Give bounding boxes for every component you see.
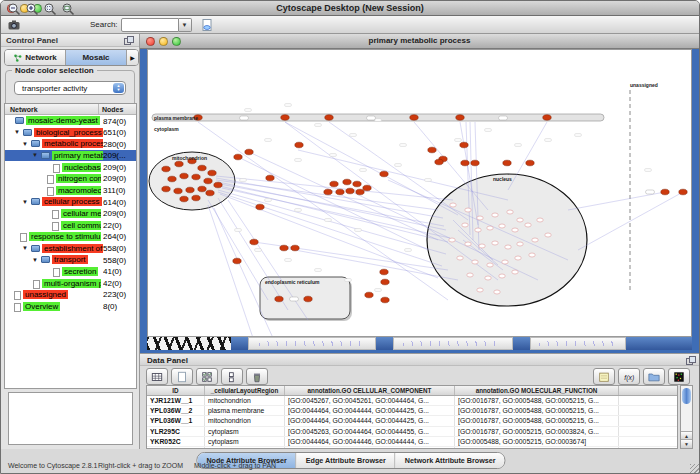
network-node[interactable] (186, 187, 194, 193)
table-cell[interactable]: plasma membrane (205, 406, 285, 415)
nucleus-micro-node[interactable] (467, 273, 473, 277)
tree-item[interactable]: ▼primary metabo209(... (5, 150, 136, 162)
tree-item[interactable]: ▼establishment of lo558(0) (5, 243, 136, 255)
nucleus-micro-node[interactable] (529, 253, 535, 257)
zoom-selected-icon[interactable] (42, 1, 58, 17)
table-scrollbar[interactable]: ▲ ▼ (680, 385, 693, 449)
column-header[interactable]: annotation.GO MOLECULAR_FUNCTION (455, 386, 619, 395)
chevron-down-icon[interactable]: ▼ (179, 18, 192, 32)
network-node[interactable] (174, 188, 182, 194)
tree-item[interactable]: ▼biological_process651(0) (5, 127, 136, 139)
network-node[interactable] (435, 159, 443, 165)
resize-grip[interactable] (690, 464, 699, 473)
nucleus-micro-node[interactable] (487, 226, 493, 230)
attribute-table[interactable]: ID_cellularLayoutRegionannotation.GO CEL… (146, 385, 678, 449)
network-thumbnail[interactable] (248, 337, 376, 350)
nucleus-micro-node[interactable] (465, 242, 471, 246)
table-cell[interactable]: [GO:0044464, GO:0044444, GO:0044425, G..… (285, 406, 455, 415)
nucleus-micro-node[interactable] (462, 223, 468, 227)
scrollbar-thumb[interactable] (682, 388, 691, 404)
network-node[interactable] (295, 142, 303, 148)
table-cell[interactable]: [GO:0045263, GO:0044464, GO:0044455, G..… (285, 427, 455, 436)
network-window-titlebar[interactable]: primary metabolic process (140, 34, 699, 49)
network-node[interactable] (679, 189, 687, 195)
column-header[interactable]: _cellularLayoutRegion (205, 386, 285, 395)
table-cell[interactable]: cytoplasm (205, 427, 285, 436)
network-node[interactable] (356, 189, 364, 195)
network-node[interactable] (456, 115, 464, 121)
network-node[interactable] (192, 195, 200, 201)
network-node[interactable] (363, 185, 371, 191)
nucleus-micro-node[interactable] (517, 242, 523, 246)
tree-item[interactable]: ▼cellular process614(0) (5, 196, 136, 208)
zoom-in-icon[interactable] (24, 1, 40, 17)
tree-item[interactable]: response to stimulu264(0) (5, 231, 136, 243)
nucleus-micro-node[interactable] (537, 218, 543, 222)
network-node[interactable] (162, 166, 170, 172)
nucleus-micro-node[interactable] (487, 263, 493, 267)
nucleus-micro-node[interactable] (475, 228, 481, 232)
tree-item[interactable]: secretion41(0) (5, 266, 136, 278)
network-node[interactable] (168, 176, 176, 182)
column-header[interactable]: annotation.GO CELLULAR_COMPONENT (285, 386, 455, 395)
nucleus-micro-node[interactable] (545, 233, 551, 237)
tab-overflow-icon[interactable]: ▶ (127, 50, 138, 65)
network-node[interactable] (291, 245, 299, 251)
new-doc-icon-button[interactable] (171, 368, 193, 385)
network-node[interactable] (280, 245, 288, 251)
table-cell[interactable]: cytoplasm (205, 437, 285, 446)
table-row[interactable]: YPL036W__1mitochondrion[GO:0044464, GO:0… (147, 416, 677, 426)
network-node[interactable] (198, 186, 206, 192)
tree-item[interactable]: macromolecule311(0) (5, 185, 136, 197)
network-node[interactable] (275, 296, 283, 302)
table-cell[interactable]: [GO:0044464, GO:0044446, GO:0044444, G..… (285, 437, 455, 446)
search-input[interactable] (121, 18, 179, 32)
nucleus-micro-node[interactable] (512, 270, 518, 274)
network-node[interactable] (325, 115, 333, 121)
table-row[interactable]: YJR121W__1mitochondrion[GO:0045267, GO:0… (147, 396, 677, 406)
tree-item[interactable]: ▼transport558(0) (5, 254, 136, 266)
network-node[interactable] (460, 142, 468, 148)
window-titlebar[interactable]: Cytoscape Desktop (New Session) (1, 1, 699, 16)
table-icon-button[interactable] (146, 368, 168, 385)
nucleus-micro-node[interactable] (479, 244, 485, 248)
nucleus-micro-node[interactable] (532, 238, 538, 242)
network-node[interactable] (256, 204, 264, 210)
table-cell[interactable]: [GO:0044464, GO:0044444, GO:0044425, G..… (285, 416, 455, 425)
notes-icon-button[interactable] (593, 368, 615, 385)
network-node[interactable] (234, 154, 242, 160)
tab-network-attribute-browser[interactable]: Network Attribute Browser (396, 453, 505, 468)
network-node[interactable] (206, 190, 214, 196)
network-node[interactable] (543, 115, 551, 121)
matrix-icon-button[interactable] (668, 368, 690, 385)
network-node[interactable] (461, 160, 469, 166)
scroll-down-icon[interactable]: ▼ (681, 439, 692, 448)
network-node[interactable] (365, 292, 373, 298)
network-node[interactable] (428, 147, 436, 153)
network-node[interactable] (343, 179, 351, 185)
snapshot-icon[interactable] (6, 17, 22, 33)
table-cell[interactable]: [GO:0016787, GO:0005215, GO:0003824, G..… (455, 427, 619, 436)
nucleus-micro-node[interactable] (499, 224, 505, 228)
table-cell[interactable] (619, 437, 677, 446)
unselect-attributes-icon-button[interactable] (221, 368, 243, 385)
table-cell[interactable]: [GO:0045267, GO:0045261, GO:0044464, G..… (285, 396, 455, 405)
nucleus-micro-node[interactable] (450, 203, 456, 207)
nucleus-micro-node[interactable] (512, 228, 518, 232)
table-cell[interactable]: [GO:0016787, GO:0005488, GO:0005215, G..… (455, 416, 619, 425)
nucleus-micro-node[interactable] (499, 274, 505, 278)
tree-item[interactable]: cell communicat22(0) (5, 219, 136, 231)
network-node[interactable] (175, 161, 183, 167)
network-node[interactable] (204, 178, 212, 184)
network-thumbnail[interactable] (393, 337, 513, 350)
network-node[interactable] (381, 297, 389, 303)
network-node[interactable] (381, 279, 389, 285)
table-cell[interactable] (619, 416, 677, 425)
network-node[interactable] (180, 196, 188, 202)
summary-node[interactable] (240, 116, 249, 120)
network-node[interactable] (336, 189, 344, 195)
table-cell[interactable]: YKR052C (147, 437, 205, 446)
nucleus-micro-node[interactable] (485, 276, 491, 280)
summary-node[interactable] (499, 116, 508, 120)
summary-node[interactable] (367, 116, 376, 120)
